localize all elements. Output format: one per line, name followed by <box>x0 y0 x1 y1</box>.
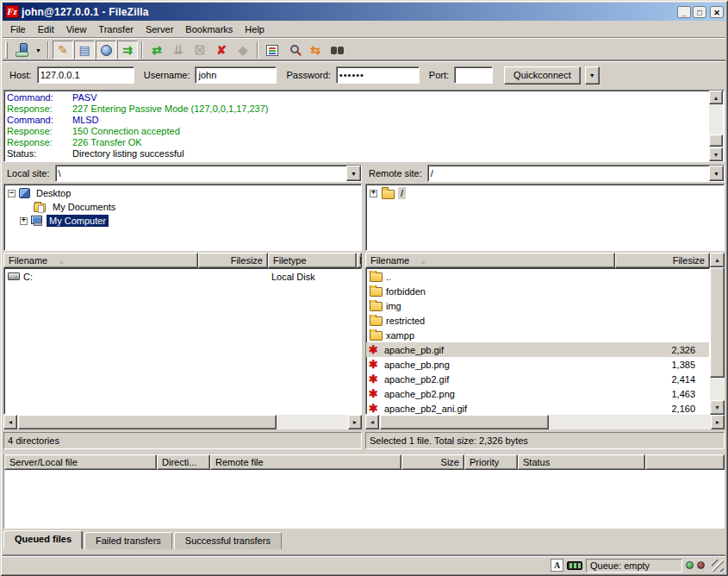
column-remote-file[interactable]: Remote file <box>210 454 401 470</box>
menu-file[interactable]: File <box>4 22 32 36</box>
menu-help[interactable]: Help <box>239 22 271 36</box>
tree-item-my-documents[interactable]: My Documents <box>8 200 361 214</box>
menu-transfer[interactable]: Transfer <box>92 22 140 36</box>
file-row[interactable]: restricted <box>366 313 709 328</box>
port-input[interactable] <box>454 66 493 84</box>
scroll-thumb[interactable] <box>710 267 725 378</box>
scroll-up-icon[interactable]: ▲ <box>709 91 723 104</box>
maximize-button[interactable]: □ <box>693 6 706 18</box>
scroll-thumb[interactable] <box>18 415 277 429</box>
tab-failed-transfers[interactable]: Failed transfers <box>84 532 172 549</box>
remote-site-bar: Remote site: / ▼ <box>365 164 725 183</box>
synchronized-browsing-button[interactable]: ⇆ <box>305 41 326 59</box>
toggle-remote-tree-button[interactable] <box>96 41 116 59</box>
toggle-queue-button[interactable]: ⇉ <box>117 41 138 59</box>
remote-site-combo[interactable]: / ▼ <box>427 165 725 182</box>
scroll-right-icon[interactable]: ► <box>348 415 362 429</box>
scroll-down-icon[interactable]: ▼ <box>709 147 723 161</box>
chevron-down-icon[interactable]: ▼ <box>346 166 361 181</box>
process-queue-button[interactable]: ⇊ <box>168 41 189 59</box>
file-row[interactable]: ✱apache_pb.png1,385 <box>366 357 709 372</box>
close-button[interactable]: ✕ <box>710 6 724 18</box>
queue-list[interactable] <box>3 470 725 529</box>
toolbar-separator <box>141 41 143 59</box>
menu-server[interactable]: Server <box>140 22 179 36</box>
expand-icon[interactable]: + <box>370 190 377 197</box>
cancel-operation-button[interactable]: ☒ <box>190 41 210 59</box>
remote-site-value[interactable]: / <box>428 166 709 181</box>
menu-view[interactable]: View <box>60 22 93 36</box>
chevron-down-icon: ▼ <box>35 47 41 53</box>
tree-item-desktop[interactable]: − Desktop <box>8 186 361 200</box>
scroll-down-icon[interactable]: ▼ <box>710 400 725 415</box>
site-manager-button[interactable] <box>11 41 32 59</box>
file-row-c-drive[interactable]: C: Local Disk <box>4 269 361 284</box>
toggle-local-tree-button[interactable]: ▤ <box>74 41 95 59</box>
file-row[interactable]: .. <box>366 269 709 284</box>
file-row[interactable]: forbidden <box>366 284 709 298</box>
local-site-value[interactable]: \ <box>56 166 346 181</box>
quickconnect-button[interactable]: Quickconnect <box>504 66 581 85</box>
tab-successful-transfers[interactable]: Successful transfers <box>174 532 282 549</box>
disconnect-button[interactable]: ✘ <box>211 41 232 59</box>
transfer-type-icon[interactable]: A <box>551 559 563 572</box>
column-filesize[interactable]: Filesize <box>615 253 710 268</box>
password-input[interactable] <box>336 66 420 84</box>
username-input[interactable] <box>195 66 277 84</box>
filter-list-icon <box>266 45 278 56</box>
local-site-combo[interactable]: \ ▼ <box>55 165 362 182</box>
site-manager-dropdown[interactable]: ▼ <box>33 41 44 59</box>
column-size[interactable]: Size <box>401 454 464 470</box>
column-filetype[interactable]: Filetype <box>268 253 357 268</box>
speed-limit-icon[interactable] <box>567 561 582 570</box>
directory-comparison-button[interactable] <box>283 41 304 59</box>
column-last-modified[interactable]: L <box>357 253 362 268</box>
column-server-local-file[interactable]: Server/Local file <box>4 454 157 470</box>
toggle-message-log-button[interactable]: ✎ <box>53 41 73 59</box>
column-filesize[interactable]: Filesize <box>198 253 268 268</box>
refresh-button[interactable]: ⇄ <box>146 41 167 59</box>
column-priority[interactable]: Priority <box>464 454 518 470</box>
queue-arrows-icon: ⇉ <box>122 44 133 56</box>
toolbar-grip[interactable] <box>5 41 8 59</box>
scroll-left-icon[interactable]: ◄ <box>3 415 17 429</box>
file-row-selected[interactable]: ✱apache_pb.gif2,326 <box>366 342 709 357</box>
file-row[interactable]: ✱apache_pb2.png1,463 <box>366 386 709 401</box>
host-input[interactable] <box>37 66 134 84</box>
scroll-right-icon[interactable]: ► <box>711 415 725 429</box>
file-row[interactable]: xampp <box>366 328 709 342</box>
minimize-button[interactable]: _ <box>677 6 691 18</box>
reconnect-button[interactable]: ◈ <box>233 41 253 59</box>
log-scrollbar[interactable]: ▲ ▼ <box>709 91 724 161</box>
expand-icon[interactable]: + <box>20 217 28 225</box>
file-row[interactable]: ✱apache_pb2_ani.gif2,160 <box>366 401 709 415</box>
file-row[interactable]: ✱apache_pb2.gif2,414 <box>366 372 709 386</box>
quickconnect-dropdown[interactable]: ▼ <box>585 66 600 85</box>
scroll-left-icon[interactable]: ◄ <box>365 415 379 429</box>
resize-grip[interactable] <box>712 560 724 572</box>
log-line: Status:Directory listing successful <box>7 148 724 160</box>
column-direction[interactable]: Directi... <box>157 454 210 470</box>
column-filename[interactable]: Filename▲ <box>365 253 615 268</box>
column-status[interactable]: Status <box>518 454 645 470</box>
collapse-icon[interactable]: − <box>8 190 16 197</box>
local-horizontal-scrollbar[interactable]: ◄ ► <box>3 415 362 429</box>
tree-item-root[interactable]: + / <box>370 186 724 200</box>
remote-vertical-scrollbar[interactable]: ▲ ▼ <box>710 253 725 415</box>
chevron-down-icon[interactable]: ▼ <box>709 166 724 181</box>
tab-queued-files[interactable]: Queued files <box>3 530 83 549</box>
menu-edit[interactable]: Edit <box>32 22 60 36</box>
menu-bookmarks[interactable]: Bookmarks <box>179 22 239 36</box>
file-search-button[interactable] <box>327 41 347 59</box>
remote-horizontal-scrollbar[interactable]: ◄ ► <box>365 415 725 429</box>
queue-tabs: Queued files Failed transfers Successful… <box>3 530 283 549</box>
directory-filters-button[interactable] <box>262 41 283 59</box>
tree-item-my-computer[interactable]: + My Computer <box>8 214 361 228</box>
scroll-up-icon[interactable]: ▲ <box>710 253 725 267</box>
image-file-icon: ✱ <box>369 403 383 414</box>
file-row[interactable]: img <box>366 298 709 313</box>
scroll-thumb[interactable] <box>709 135 723 147</box>
folder-icon <box>370 316 383 326</box>
scroll-thumb[interactable] <box>380 415 549 429</box>
column-filename[interactable]: Filename▲ <box>3 253 198 268</box>
